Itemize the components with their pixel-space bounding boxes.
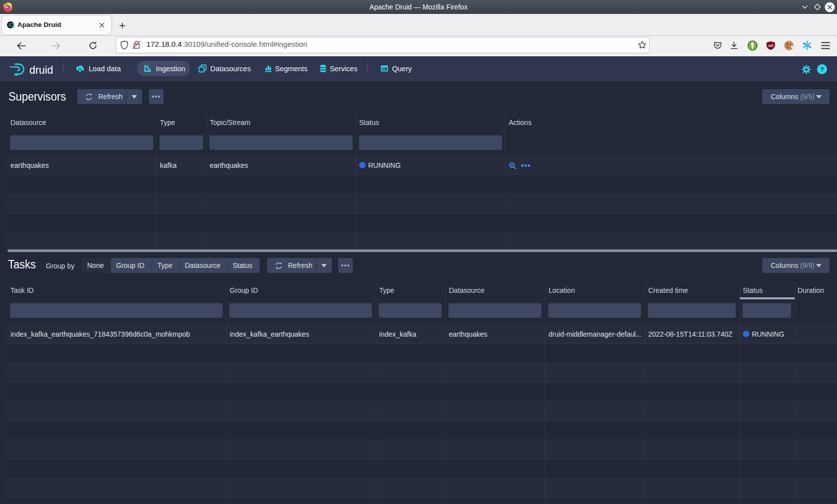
- svg-text:uO: uO: [768, 44, 773, 47]
- svg-text:druid: druid: [29, 64, 53, 76]
- svg-text:?: ?: [820, 66, 824, 73]
